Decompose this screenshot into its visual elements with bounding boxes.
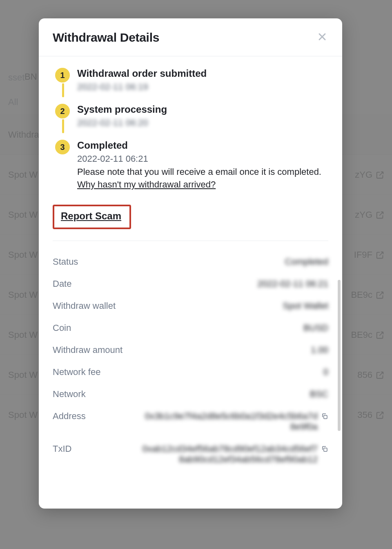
withdrawal-faq-link[interactable]: Why hasn't my withdrawal arrived? (77, 179, 216, 190)
external-link-icon[interactable] (376, 250, 385, 259)
detail-status: Status Completed (53, 251, 328, 273)
detail-withdraw-amount: Withdraw amount 1.00 (53, 339, 328, 361)
bg-row-right: zYG (355, 170, 372, 180)
bg-row-right: 856 (357, 370, 372, 380)
bg-filter-all[interactable]: All (8, 97, 18, 107)
bg-col-header-text: sset (8, 72, 24, 83)
detail-network-fee: Network fee 0 (53, 361, 328, 383)
modal-body: 1 Withdrawal order submitted 2022-02-11 … (39, 56, 342, 509)
detail-txid: TxID 0xab12cd34ef56ab78cd90ef12ab34cd56e… (53, 438, 328, 471)
step-time: 2022-02-11 06:21 (77, 154, 328, 164)
bg-row-right: 356 (357, 410, 372, 420)
svg-rect-1 (324, 448, 327, 451)
bg-row-left: Spot W (8, 370, 38, 380)
detail-value: BSC (310, 389, 328, 399)
svg-rect-0 (324, 415, 327, 419)
step-badge: 3 (55, 140, 70, 154)
detail-value: Spot Wallet (283, 301, 328, 311)
detail-value: 2022-02-11 06:21 (257, 279, 328, 289)
timeline: 1 Withdrawal order submitted 2022-02-11 … (53, 68, 328, 190)
close-button[interactable] (316, 31, 328, 44)
report-scam-highlight: Report Scam (53, 205, 131, 229)
close-icon (317, 32, 327, 43)
step-time: 2022-02-11 06:19 (77, 82, 328, 92)
copy-icon[interactable] (321, 444, 328, 453)
detail-label: Coin (53, 323, 71, 333)
timeline-connector (62, 119, 64, 133)
step-note: Please note that you will receive a emai… (77, 166, 328, 179)
detail-coin: Coin BUSD (53, 317, 328, 339)
report-scam-link[interactable]: Report Scam (61, 210, 121, 221)
timeline-step-3: 3 Completed 2022-02-11 06:21 Please note… (77, 140, 328, 190)
step-title: System processing (77, 104, 328, 115)
scrollbar[interactable] (338, 280, 341, 431)
step-time: 2022-02-11 06:20 (77, 118, 328, 128)
detail-label: Date (53, 279, 71, 289)
copy-icon[interactable] (321, 411, 328, 420)
detail-label: Withdraw amount (53, 345, 122, 355)
detail-value: 0 (323, 367, 328, 377)
modal-header: Withdrawal Details (39, 18, 342, 56)
detail-label: TxID (53, 444, 71, 454)
timeline-step-1: 1 Withdrawal order submitted 2022-02-11 … (77, 68, 328, 92)
detail-label: Address (53, 411, 86, 422)
timeline-connector (62, 83, 64, 97)
detail-label: Network (53, 389, 86, 399)
bg-row-left: Spot W (8, 290, 38, 300)
detail-label: Withdraw wallet (53, 301, 116, 311)
step-badge: 1 (55, 68, 70, 83)
bg-row-left: Spot W (8, 250, 38, 260)
external-link-icon[interactable] (376, 370, 385, 379)
bg-row-right: BE9c (351, 290, 372, 300)
timeline-step-2: 2 System processing 2022-02-11 06:20 (77, 104, 328, 128)
bg-row-right: zYG (355, 210, 372, 220)
bg-row-right: IF9F (354, 250, 372, 260)
step-badge: 2 (55, 104, 70, 118)
external-link-icon[interactable] (376, 210, 385, 219)
bg-row-left: Spot W (8, 210, 38, 220)
step-title: Completed (77, 140, 328, 151)
step-title: Withdrawal order submitted (77, 68, 328, 79)
detail-label: Status (53, 257, 78, 267)
detail-value: BUSD (303, 323, 328, 333)
external-link-icon[interactable] (376, 411, 385, 420)
external-link-icon[interactable] (376, 290, 385, 299)
bg-row-left: Spot W (8, 170, 38, 180)
details-list: Status Completed Date 2022-02-11 06:21 W… (53, 251, 328, 471)
detail-label: Network fee (53, 367, 100, 377)
bg-row-left: Spot W (8, 330, 38, 340)
external-link-icon[interactable] (376, 170, 385, 179)
detail-network: Network BSC (53, 383, 328, 405)
modal-title: Withdrawal Details (53, 31, 159, 45)
detail-value: 0xab12cd34ef56ab78cd90ef12ab34cd56ef78ab… (140, 444, 318, 465)
bg-row-left: Spot W (8, 410, 38, 420)
detail-value: 0x3b1c9e7f4a2d8e5c6b0a1f3d2e4c5b6a7d8e9f… (140, 411, 318, 432)
divider (53, 241, 328, 241)
bg-row-right: BE9c (351, 330, 372, 340)
detail-date: Date 2022-02-11 06:21 (53, 273, 328, 295)
detail-withdraw-wallet: Withdraw wallet Spot Wallet (53, 295, 328, 317)
detail-address: Address 0x3b1c9e7f4a2d8e5c6b0a1f3d2e4c5b… (53, 405, 328, 438)
external-link-icon[interactable] (376, 330, 385, 339)
withdrawal-details-modal: Withdrawal Details 1 Withdrawal order su… (39, 18, 342, 509)
detail-value: 1.00 (311, 345, 328, 355)
detail-value: Completed (285, 257, 328, 267)
bg-coin-hint: BN (24, 71, 37, 82)
